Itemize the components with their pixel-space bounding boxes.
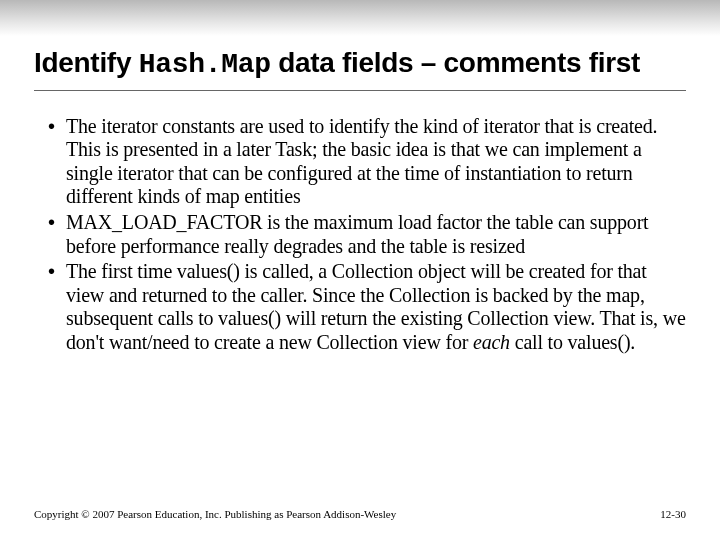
bullet-list: The iterator constants are used to ident…	[34, 115, 686, 355]
bullet-em: each	[473, 331, 510, 353]
list-item: The first time values() is called, a Col…	[48, 260, 686, 354]
title-code: Hash.Map	[139, 49, 271, 80]
page-number: 12-30	[660, 508, 686, 520]
title-post: data fields – comments first	[271, 47, 640, 78]
bullet-text: The iterator constants are used to ident…	[66, 115, 657, 208]
bullet-text: MAX_LOAD_FACTOR is the maximum load fact…	[66, 211, 648, 257]
list-item: The iterator constants are used to ident…	[48, 115, 686, 209]
copyright-text: Copyright © 2007 Pearson Education, Inc.…	[34, 508, 396, 520]
title-pre: Identify	[34, 47, 139, 78]
list-item: MAX_LOAD_FACTOR is the maximum load fact…	[48, 211, 686, 258]
title-underline	[34, 90, 686, 91]
slide-title: Identify Hash.Map data fields – comments…	[34, 46, 686, 82]
bullet-tail: call to values().	[510, 331, 635, 353]
slide: Identify Hash.Map data fields – comments…	[0, 0, 720, 540]
footer: Copyright © 2007 Pearson Education, Inc.…	[34, 508, 686, 520]
